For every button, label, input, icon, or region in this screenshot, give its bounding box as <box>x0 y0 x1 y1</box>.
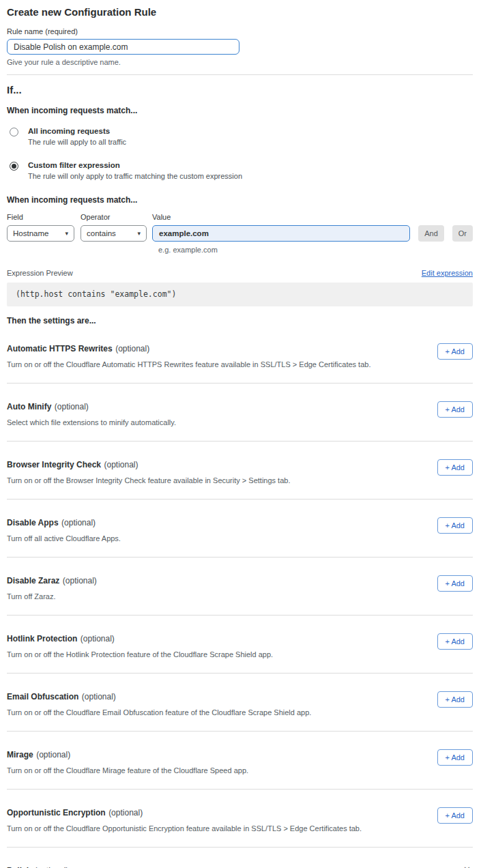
setting-optional-tag: (optional) <box>115 344 149 353</box>
setting-title: Disable Apps <box>7 518 59 527</box>
setting-title: Mirage <box>7 750 33 760</box>
operator-label: Operator <box>81 213 147 221</box>
value-helper: e.g. example.com <box>158 246 473 254</box>
setting-optional-tag: (optional) <box>63 576 97 585</box>
setting-row: Automatic HTTPS Rewrites (optional) Turn… <box>7 326 473 384</box>
incoming-match-heading: When incoming requests match... <box>7 106 473 115</box>
add-setting-button[interactable]: + Add <box>437 691 473 708</box>
or-button[interactable]: Or <box>452 225 473 242</box>
settings-list: Automatic HTTPS Rewrites (optional) Turn… <box>7 326 473 848</box>
setting-description: Turn on or off the Hotlink Protection fe… <box>7 650 273 659</box>
setting-description: Turn on or off the Cloudflare Opportunis… <box>7 824 362 833</box>
setting-optional-tag: (optional) <box>104 460 139 469</box>
setting-row: Mirage (optional) Turn on or off the Clo… <box>7 732 473 790</box>
add-setting-button[interactable]: + Add <box>437 749 473 766</box>
setting-row: Auto Minify (optional) Select which file… <box>7 384 473 442</box>
if-heading: If... <box>7 84 473 96</box>
radio-button-icon[interactable] <box>10 128 18 136</box>
expression-preview-code: (http.host contains "example.com") <box>7 283 473 306</box>
create-configuration-rule-page: Create new Configuration Rule Rule name … <box>0 0 481 868</box>
setting-description: Turn on or off the Cloudflare Mirage fea… <box>7 766 248 775</box>
add-setting-button[interactable]: + Add <box>437 343 473 360</box>
radio-button-icon[interactable] <box>10 162 18 171</box>
then-settings-heading: Then the settings are... <box>7 316 473 326</box>
divider <box>7 74 473 75</box>
rule-name-label: Rule name (required) <box>7 27 473 35</box>
setting-title: Opportunistic Encryption <box>7 808 106 818</box>
add-setting-button[interactable]: + Add <box>437 459 473 476</box>
radio-all-incoming-requests[interactable]: All incoming requests The rule will appl… <box>7 127 473 146</box>
setting-optional-tag: (optional) <box>108 808 143 818</box>
field-select-value: Hostname <box>13 229 48 237</box>
expression-preview-label: Expression Preview <box>7 269 73 277</box>
setting-optional-tag: (optional) <box>82 692 116 701</box>
setting-optional-tag: (optional) <box>61 518 96 527</box>
setting-description: Select which file extensions to minify a… <box>7 418 176 426</box>
polish-setting-section: Polish (optional) ✕ Change the settings … <box>7 848 473 868</box>
setting-row: Browser Integrity Check (optional) Turn … <box>7 442 473 500</box>
rule-name-helper: Give your rule a descriptive name. <box>7 58 473 66</box>
setting-description: Turn on or off the Cloudflare Automatic … <box>7 360 370 368</box>
setting-description: Turn on or off the Cloudflare Email Obfu… <box>7 708 311 717</box>
radio-label: Custom filter expression <box>28 161 242 169</box>
setting-row: Hotlink Protection (optional) Turn on or… <box>7 616 473 674</box>
setting-optional-tag: (optional) <box>36 750 70 760</box>
chevron-down-icon: ▾ <box>65 231 68 237</box>
request-match-radio-group: All incoming requests The rule will appl… <box>7 127 473 180</box>
rule-name-group: Rule name (required) Give your rule a de… <box>7 27 473 66</box>
setting-title: Disable Zaraz <box>7 576 59 585</box>
setting-row: Disable Apps (optional) Turn off all act… <box>7 500 473 558</box>
expression-preview-header: Expression Preview Edit expression <box>7 269 473 277</box>
add-setting-button[interactable]: + Add <box>437 401 473 418</box>
setting-row: Email Obfuscation (optional) Turn on or … <box>7 674 473 732</box>
chevron-down-icon: ▾ <box>137 231 141 237</box>
field-label: Field <box>7 213 74 221</box>
setting-row: Opportunistic Encryption (optional) Turn… <box>7 790 473 848</box>
radio-description: The rule will apply to all traffic <box>28 138 126 146</box>
radio-custom-filter-expression[interactable]: Custom filter expression The rule will o… <box>7 161 473 180</box>
radio-description: The rule will only apply to traffic matc… <box>28 172 242 180</box>
setting-optional-tag: (optional) <box>55 402 89 411</box>
add-setting-button[interactable]: + Add <box>437 633 473 650</box>
setting-row: Disable Zaraz (optional) Turn off Zaraz.… <box>7 558 473 616</box>
value-input[interactable] <box>152 225 410 242</box>
rule-name-input[interactable] <box>7 39 239 55</box>
add-setting-button[interactable]: + Add <box>437 517 473 534</box>
operator-select[interactable]: contains ▾ <box>81 225 147 242</box>
close-icon[interactable]: ✕ <box>461 864 473 868</box>
field-select[interactable]: Hostname ▾ <box>7 225 74 242</box>
setting-title: Auto Minify <box>7 402 51 411</box>
setting-title: Hotlink Protection <box>7 634 77 643</box>
operator-select-value: contains <box>87 229 116 237</box>
and-button[interactable]: And <box>418 225 444 242</box>
setting-title: Automatic HTTPS Rewrites <box>7 344 113 353</box>
expression-builder-heading: When incoming requests match... <box>7 195 473 205</box>
expression-builder-row: Field Hostname ▾ Operator contains ▾ Val… <box>7 213 473 242</box>
add-setting-button[interactable]: + Add <box>437 807 473 824</box>
setting-description: Turn on or off the Browser Integrity Che… <box>7 476 290 484</box>
radio-label: All incoming requests <box>28 127 126 135</box>
edit-expression-link[interactable]: Edit expression <box>422 269 473 277</box>
setting-description: Turn off all active Cloudflare Apps. <box>7 534 121 542</box>
setting-title: Browser Integrity Check <box>7 460 101 469</box>
setting-description: Turn off Zaraz. <box>7 592 97 601</box>
page-title: Create new Configuration Rule <box>7 6 473 18</box>
value-label: Value <box>152 213 410 221</box>
add-setting-button[interactable]: + Add <box>437 575 473 592</box>
setting-title: Email Obfuscation <box>7 692 78 701</box>
setting-optional-tag: (optional) <box>81 634 115 643</box>
